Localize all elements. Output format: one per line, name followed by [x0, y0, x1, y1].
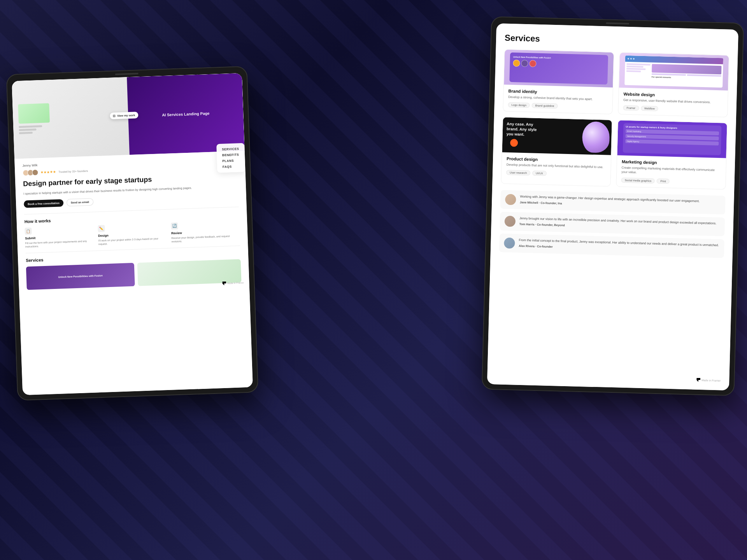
brand-avatars [513, 60, 536, 67]
avatar-3 [32, 169, 39, 176]
website-body: For special moments [624, 61, 723, 88]
view-my-work-label: View my work [117, 114, 135, 117]
brand-avatar-2 [521, 60, 528, 66]
step-design-desc: I'll work on your project within 2-3 day… [98, 236, 167, 246]
step-submit-desc: Fill out the form with your project requ… [25, 239, 94, 248]
brand-identity-tags: Logo design Brand guideline [508, 102, 608, 110]
cta-buttons: Book a free consultation Send an email [24, 193, 238, 208]
testimonial-content-3: From the initial concept to the final pr… [519, 238, 719, 252]
preview-line-3 [19, 132, 33, 134]
website-sidebar [626, 63, 650, 84]
tablet-left: AI Services Landing Page View my work SE… [6, 66, 259, 401]
brand-identity-body: Brand identity Develop a strong, cohesiv… [503, 85, 613, 114]
service-preview-text-1: Unlock New Possibilities with Fusion [58, 274, 103, 279]
website-design-desc: Get a responsive, user-friendly website … [623, 98, 723, 105]
view-my-work-badge[interactable]: View my work [110, 112, 139, 119]
step-review: 🔄 Review Receive your design, provide fe… [171, 220, 240, 243]
product-design-desc: Develop products that are not only funct… [507, 163, 606, 170]
product-3d-shape [582, 121, 610, 153]
tag-logo-design: Logo design [508, 102, 530, 108]
founder-avatars [23, 169, 39, 176]
unlock-label: Unlock New Possibilities with Fusion [513, 56, 551, 59]
marketing-mini-card-3: Digital Agency [625, 139, 719, 145]
marketing-img-inner: UI assets for startup owners & busy desi… [623, 123, 722, 156]
tag-framer: Framer [623, 105, 639, 111]
tag-ui-ux: UI/UX [532, 171, 547, 176]
testimonial-content-1: Working with Jenny was a game-changer. H… [520, 194, 721, 209]
preview-card [18, 103, 50, 124]
marketing-design-title: Marketing design [622, 159, 721, 167]
step-design: ✏️ Design I'll work on your project with… [98, 223, 167, 246]
author-role-3: Co-founder [537, 245, 553, 248]
product-design-image: Any case. Anybrand. Any styleyou want. [502, 117, 612, 155]
review-icon: 🔄 [171, 222, 178, 230]
tag-social-media: Social media graphics [621, 177, 655, 183]
brand-avatar-1 [513, 60, 520, 66]
author-name-3: Alex Rivera [519, 244, 535, 248]
framer-text-left: Made in Framer [227, 282, 244, 284]
tablet-left-screen: AI Services Landing Page View my work SE… [12, 73, 253, 395]
author-role-2: Co-founder, Beyond [537, 222, 565, 227]
product-orange-dot [510, 139, 518, 147]
tag-webflow: Webflow [641, 106, 658, 111]
steps-row: 📋 Submit Fill out the form with your pro… [25, 220, 240, 248]
marketing-design-image: UI assets for startup owners & busy desi… [617, 120, 727, 158]
marketing-design-tags: Social media graphics Print [621, 177, 721, 185]
design-icon: ✏️ [98, 225, 105, 232]
testimonial-1: Working with Jenny was a game-changer. H… [500, 190, 726, 214]
author-name-2: Tom Harris [519, 222, 535, 226]
testimonial-content-2: Jenny brought our vision to life with an… [519, 216, 720, 231]
testimonial-avatar-1 [505, 194, 516, 205]
testimonial-avatar-2 [505, 215, 516, 227]
service-card-brand-identity: Unlock New Possibilities with Fusion Bra… [503, 49, 614, 115]
brand-identity-desc: Develop a strong, cohesive brand identit… [508, 95, 608, 102]
sidebar-line-2 [626, 66, 643, 68]
right-screen-content: Services Unlock New Possibilities with F… [487, 23, 738, 390]
made-in-framer-right: Made in Framer [696, 378, 721, 383]
sidebar-line-4 [626, 70, 641, 72]
step-review-desc: Receive your design, provide feedback, a… [171, 234, 240, 243]
ai-landing-title: AI Services Landing Page [158, 110, 214, 117]
website-design-image: For special moments [619, 52, 729, 90]
testimonials-section: Working with Jenny was a game-changer. H… [499, 190, 726, 258]
testimonial-3: From the initial concept to the final pr… [499, 233, 724, 258]
header-dot-3 [633, 58, 635, 60]
header-dot-2 [630, 58, 632, 60]
marketing-design-desc: Create compelling marketing materials th… [621, 166, 721, 177]
book-consultation-button[interactable]: Book a free consultation [24, 199, 63, 208]
send-email-button[interactable]: Send an email [67, 198, 94, 206]
brand-avatar-3 [529, 60, 536, 67]
marketing-design-body: Marketing design Create compelling marke… [616, 155, 726, 189]
brand-identity-image: Unlock New Possibilities with Fusion [504, 50, 614, 88]
header-dot-1 [628, 58, 629, 60]
service-card-marketing-design: UI assets for startup owners & busy desi… [616, 120, 727, 189]
tag-print: Print [657, 178, 670, 184]
tablet-right: Services Unlock New Possibilities with F… [482, 16, 744, 396]
services-page-title: Services [505, 33, 729, 49]
services-grid: Unlock New Possibilities with Fusion Bra… [501, 49, 729, 190]
website-design-title: Website design [623, 92, 723, 99]
website-design-body: Website design Get a responsive, user-fr… [618, 88, 728, 117]
preview-right-panel: AI Services Landing Page [127, 73, 245, 155]
service-preview-1: Unlock New Possibilities with Fusion [26, 263, 135, 290]
sidebar-line-1 [627, 63, 651, 66]
website-design-tags: Framer Webflow [623, 105, 722, 113]
trust-badge-text: Trusted by 15+ founders [58, 169, 88, 173]
author-role-1: Co-founder, Ina [540, 201, 562, 205]
website-img-inner: For special moments [624, 55, 723, 88]
product-design-title: Product design [507, 156, 606, 164]
testimonial-avatar-3 [504, 237, 515, 248]
tag-brand-guideline: Brand guideline [532, 103, 558, 109]
testimonial-2: Jenny brought our vision to life with an… [500, 212, 725, 236]
made-in-framer-left: Made in Framer [222, 281, 244, 285]
product-design-tags: User research UI/UX [506, 170, 606, 178]
submit-icon: 📋 [25, 228, 32, 235]
framer-logo-left [222, 282, 226, 285]
tag-user-research: User research [506, 170, 530, 176]
nav-item-services[interactable]: SERVICES [222, 147, 239, 151]
framer-logo-right [696, 378, 700, 382]
step-submit: 📋 Submit Fill out the form with your pro… [25, 225, 94, 248]
sidebar-line-3 [626, 68, 645, 70]
service-card-website-design: For special moments Website design Get a… [618, 52, 729, 117]
services-preview-cards: Unlock New Possibilities with Fusion [26, 259, 242, 290]
